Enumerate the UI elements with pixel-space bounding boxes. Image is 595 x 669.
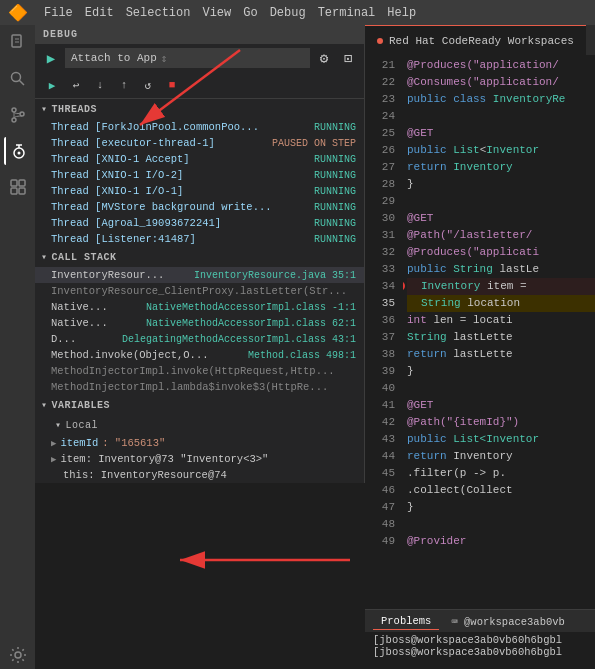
line-num-32: 32 [365,244,395,261]
menu-help[interactable]: Help [387,6,416,20]
debug-settings-button[interactable]: ⚙ [314,48,334,68]
call-stack-header[interactable]: CALL STACK [35,247,364,267]
editor-tab[interactable]: Red Hat CodeReady Workspaces [365,25,586,55]
line-num-29: 29 [365,193,395,210]
menu-edit[interactable]: Edit [85,6,114,20]
menu-debug[interactable]: Debug [270,6,306,20]
thread-3[interactable]: Thread [XNIO-1 I/O-2] RUNNING [35,167,364,183]
variables-header[interactable]: VARIABLES [35,395,364,415]
main-content: DEBUG ▶ Attach to App ⇕ ⚙ ⊡ ▶ ↩ ↓ ↑ ↺ ■ [0,25,595,669]
threads-header[interactable]: THREADS [35,99,364,119]
line-num-41: 41 [365,397,395,414]
debug-panel: DEBUG ▶ Attach to App ⇕ ⚙ ⊡ ▶ ↩ ↓ ↑ ↺ ■ [35,25,365,483]
svg-point-14 [15,652,21,658]
menu-file[interactable]: File [44,6,73,20]
line-num-31: 31 [365,227,395,244]
search-icon[interactable] [4,65,32,93]
threads-section: THREADS Thread [ForkJoinPool.commonPoo..… [35,99,364,247]
code-line-42: @Path("{itemId}") [407,414,595,431]
code-line-30: @GET [407,210,595,227]
var-item-0[interactable]: ▶ itemId : "165613" [35,435,364,451]
svg-point-5 [12,108,16,112]
stack-frame-6[interactable]: MethodInjectorImpl.invoke(HttpRequest,Ht… [35,363,364,379]
stack-frame-5[interactable]: Method.invoke(Object,O... Method.class 4… [35,347,364,363]
code-line-21: @Produces("application/ [407,57,595,74]
editor-panel: Red Hat CodeReady Workspaces 21 22 23 24… [365,25,595,669]
line-num-38: 38 [365,346,395,363]
thread-1[interactable]: Thread [executor-thread-1] PAUSED ON STE… [35,135,364,151]
line-num-37: 37 [365,329,395,346]
step-over-button[interactable]: ↩ [65,74,87,96]
svg-rect-12 [11,188,17,194]
continue-button[interactable]: ▶ [41,74,63,96]
thread-4[interactable]: Thread [XNIO-1 I/O-1] RUNNING [35,183,364,199]
line-num-42: 42 [365,414,395,431]
debug-icon[interactable] [4,137,32,165]
stop-button[interactable]: ■ [161,74,183,96]
menu-go[interactable]: Go [243,6,257,20]
step-out-button[interactable]: ↑ [113,74,135,96]
menu-terminal[interactable]: Terminal [318,6,376,20]
files-icon[interactable] [4,29,32,57]
line-num-43: 43 [365,431,395,448]
debug-start-button[interactable]: ▶ [41,48,61,68]
var-item-2[interactable]: this: InventoryResource@74 [35,467,364,483]
restart-button[interactable]: ↺ [137,74,159,96]
terminal-tab[interactable]: ⌨ @workspace3ab0vb [443,613,572,630]
code-line-38: return lastLette [407,346,595,363]
debug-header: DEBUG [35,25,364,44]
stack-frame-3[interactable]: Native... NativeMethodAccessorImpl.class… [35,315,364,331]
svg-rect-13 [19,188,25,194]
source-control-icon[interactable] [4,101,32,129]
menu-bar: 🔶 File Edit Selection View Go Debug Term… [0,0,595,25]
code-line-37: String lastLette [407,329,595,346]
menu-view[interactable]: View [202,6,231,20]
stack-frame-4[interactable]: D... DelegatingMethodAccessorImpl.class … [35,331,364,347]
code-line-41: @GET [407,397,595,414]
line-num-47: 47 [365,499,395,516]
var-item-1[interactable]: ▶ item: Inventory@73 "Inventory<3>" [35,451,364,467]
thread-6[interactable]: Thread [Agroal_19093672241] RUNNING [35,215,364,231]
terminal-tabs: Problems ⌨ @workspace3ab0vb [365,610,595,632]
code-line-40 [407,380,595,397]
extensions-icon[interactable] [4,173,32,201]
svg-rect-10 [11,180,17,186]
code-line-45: .filter(p -> p. [407,465,595,482]
line-num-35: 35 [365,295,395,312]
line-num-36: 36 [365,312,395,329]
code-line-23: public class InventoryRe [407,91,595,108]
settings-icon[interactable] [4,641,32,669]
app-logo: 🔶 [8,3,28,23]
stack-frame-0[interactable]: InventoryResour... InventoryResource.jav… [35,267,364,283]
line-num-30: 30 [365,210,395,227]
line-num-49: 49 [365,533,395,550]
thread-7[interactable]: Thread [Listener:41487] RUNNING [35,231,364,247]
thread-2[interactable]: Thread [XNIO-1 Accept] RUNNING [35,151,364,167]
svg-line-4 [19,80,24,85]
bottom-terminal: Problems ⌨ @workspace3ab0vb [jboss@works… [365,609,595,669]
line-num-46: 46 [365,482,395,499]
line-num-45: 45 [365,465,395,482]
code-line-48 [407,516,595,533]
code-line-49: @Provider [407,533,595,550]
svg-rect-0 [12,35,21,47]
code-line-26: public List<Inventor [407,142,595,159]
menu-selection[interactable]: Selection [126,6,191,20]
stack-frame-1[interactable]: InventoryResource_ClientProxy.lastLetter… [35,283,364,299]
stack-frame-7[interactable]: MethodInjectorImpl.lambda$invoke$3(HttpR… [35,379,364,395]
thread-0[interactable]: Thread [ForkJoinPool.commonPoo... RUNNIN… [35,119,364,135]
debug-view-button[interactable]: ⊡ [338,48,358,68]
stack-frame-2[interactable]: Native... NativeMethodAccessorImpl.class… [35,299,364,315]
line-num-23: 23 [365,91,395,108]
code-line-25: @GET [407,125,595,142]
debug-config-select[interactable]: Attach to App ⇕ [65,48,310,68]
thread-5[interactable]: Thread [MVStore background write... RUNN… [35,199,364,215]
step-into-button[interactable]: ↓ [89,74,111,96]
problems-tab[interactable]: Problems [373,613,439,630]
debug-action-bar: ▶ ↩ ↓ ↑ ↺ ■ [35,72,364,99]
line-num-27: 27 [365,159,395,176]
code-line-28: } [407,176,595,193]
local-header[interactable]: Local [35,415,364,435]
code-area: @Produces("application/ @Consumes("appli… [403,55,595,609]
svg-rect-11 [19,180,25,186]
